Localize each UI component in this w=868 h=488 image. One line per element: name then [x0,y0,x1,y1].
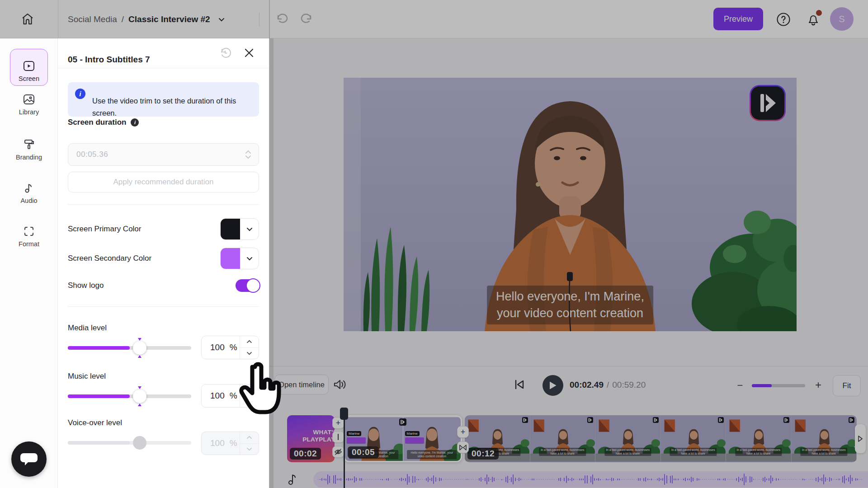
sidebar-item-label: Audio [0,197,58,204]
open-timeline-button[interactable]: Open timeline [274,375,329,394]
decrement-button[interactable] [240,396,259,408]
music-level-slider[interactable] [68,389,191,403]
volume-button[interactable] [332,378,347,392]
timeline-clip-interview[interactable]: In a fast-paced world, businesses have a… [465,415,857,462]
fit-button[interactable]: Fit [833,375,861,396]
scrollbar[interactable] [269,38,274,488]
redo-icon [300,20,313,27]
music-level-input[interactable]: 100% [202,385,240,407]
notification-dot [816,10,822,16]
close-panel-button[interactable] [241,45,257,61]
decrement-button[interactable] [240,348,259,359]
clip-thumbnail: In a fast-paced world, businesses have a… [661,415,726,462]
skip-to-start-button[interactable] [513,379,526,391]
question-icon [776,22,791,28]
video-subtitle: Hello everyone, I'm Marine, your video c… [487,286,653,324]
slider-knob[interactable] [133,341,146,355]
secondary-color-row: Screen Secondary Color [68,248,259,269]
breadcrumb-separator: / [122,14,124,24]
media-level-label: Media level [68,324,107,333]
voiceover-level-stepper [240,432,259,455]
split-button[interactable] [332,431,344,443]
clip-thumbnail: In a fast-paced world, businesses have a… [595,415,661,462]
music-level-label: Music level [68,372,106,381]
zoom-out-button[interactable]: − [735,380,745,391]
show-logo-toggle[interactable] [236,279,259,292]
screen-duration-input[interactable]: 00:05.36 [68,143,259,166]
timeline-clip-intro[interactable]: WHAT'S PLAYPLAY! 00:02 [287,415,335,462]
clip-thumbnail: In a fast-paced world, businesses have a… [792,415,857,462]
music-level-value: 100% [201,384,259,408]
notifications-button[interactable] [805,11,822,28]
sidebar-item-format[interactable]: Format [0,225,58,248]
undo-button[interactable] [274,12,290,27]
breadcrumb-folder[interactable]: Social Media [68,14,117,24]
speaker-tag: Marine [405,428,424,444]
library-icon [0,94,58,105]
transition-button[interactable] [457,441,469,453]
increment-button[interactable] [240,336,259,348]
undo-icon [275,20,289,27]
brand-logo-badge [522,417,528,423]
sidebar-item-branding[interactable]: Branding [0,139,58,161]
slider-knob[interactable] [133,389,146,403]
panel-edge-line [269,0,270,38]
playhead-handle[interactable] [340,408,348,420]
increment-button [240,432,259,444]
play-button[interactable] [542,375,563,396]
decrement-button [240,444,259,455]
media-level-input[interactable]: 100% [202,336,240,359]
breadcrumb-project-name[interactable]: Classic Interview #2 [128,14,210,24]
history-button[interactable] [217,45,233,61]
media-level-slider[interactable] [68,341,191,355]
tooltip-info-icon[interactable]: i [131,118,139,127]
sidebar-item-screen[interactable]: Screen [10,49,48,86]
breadcrumb[interactable]: Social Media / Classic Interview #2 [68,0,226,38]
info-banner-text: Use the video trim to set the duration o… [92,95,250,119]
speaker-role-tag [347,437,366,444]
brand-logo [750,85,786,121]
clip-trim-handle[interactable] [855,424,866,453]
voiceover-level-label: Voice-over level [68,418,122,427]
clip-title: WHAT'S PLAYPLAY! [294,429,335,443]
apply-recommended-duration-button[interactable]: Apply recommended duration [68,172,259,192]
primary-color-dropdown[interactable] [220,218,259,240]
home-button[interactable] [17,9,38,30]
redo-button[interactable] [298,12,315,27]
app: Social Media / Classic Interview #2 Prev… [0,0,868,488]
panel-header: 05 - Intro Subtitles 7 [58,38,269,68]
sidebar-item-label: Branding [0,154,58,161]
time-display: 00:02.49 / 00:59.20 [570,375,646,395]
duration-stepper[interactable] [238,150,259,159]
speaker-tag: Marine [347,428,366,444]
secondary-color-dropdown[interactable] [220,248,259,269]
media-level-stepper [240,336,259,359]
chevron-down-icon[interactable] [217,15,226,23]
timeline-clip-selected[interactable]: Marine Hello everyone, I'm Marine, your … [344,415,462,462]
clip-duration-badge: 00:12 [467,448,499,460]
sidebar-item-audio[interactable]: Audio [0,182,58,204]
increment-button[interactable] [240,385,259,396]
help-button[interactable] [776,12,791,27]
primary-color-row: Screen Primary Color [68,218,259,240]
screen-duration-label: Screen duration [68,118,126,127]
add-screen-button[interactable]: + [457,426,469,438]
chevron-down-icon [245,155,251,159]
chat-support-button[interactable] [11,441,47,477]
brand-logo-badge [399,418,406,426]
clip-duration-badge: 00:05 [348,446,379,458]
zoom-in-button[interactable]: + [812,379,824,391]
video-preview[interactable]: Hello everyone, I'm Marine, your video c… [344,78,797,331]
topbar-divider [58,0,58,38]
hide-screen-button[interactable] [332,446,344,458]
timeline-zoom-slider[interactable] [752,384,805,387]
user-avatar[interactable]: S [830,7,854,31]
home-icon [21,12,34,27]
timeline-section: Open timeline 00:02.49 / 00:59.20 − + Fi… [269,366,868,488]
toggle-knob [246,278,260,293]
music-track[interactable] [313,471,868,488]
brand-logo-badge [718,417,724,423]
panel-title: 05 - Intro Subtitles 7 [68,55,150,65]
preview-button[interactable]: Preview [713,8,763,30]
sidebar-item-library[interactable]: Library [0,94,58,116]
